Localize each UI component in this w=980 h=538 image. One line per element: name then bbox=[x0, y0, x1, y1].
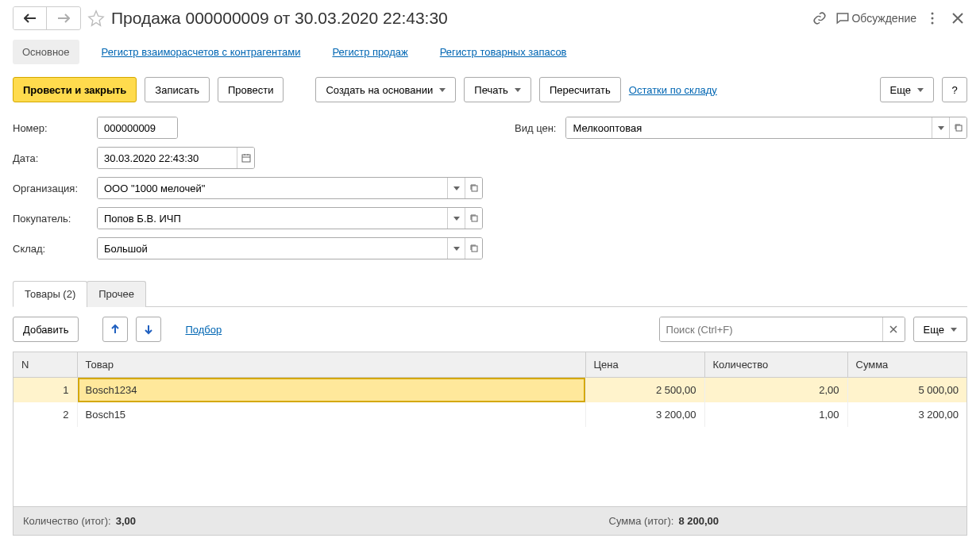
nav-tab-settlements[interactable]: Регистр взаиморасчетов с контрагентами bbox=[92, 40, 311, 64]
goods-table: N Товар Цена Количество Сумма 1 Bosch123… bbox=[14, 352, 966, 427]
forward-button[interactable] bbox=[47, 7, 80, 29]
warehouse-dropdown-button[interactable] bbox=[447, 238, 465, 259]
date-label: Дата: bbox=[13, 152, 91, 164]
org-label: Организация: bbox=[13, 183, 91, 194]
arrow-left-icon bbox=[24, 13, 37, 23]
cell-product[interactable]: Bosch15 bbox=[77, 402, 585, 427]
close-button[interactable] bbox=[948, 9, 967, 28]
arrow-down-icon bbox=[143, 324, 154, 335]
cell-qty[interactable]: 1,00 bbox=[704, 402, 847, 427]
tab-goods[interactable]: Товары (2) bbox=[13, 281, 87, 307]
cell-sum[interactable]: 5 000,00 bbox=[847, 378, 966, 403]
x-icon bbox=[889, 325, 897, 333]
open-icon bbox=[954, 123, 963, 133]
cell-product[interactable]: Bosch1234 bbox=[77, 378, 585, 403]
table-row[interactable]: 1 Bosch1234 2 500,00 2,00 5 000,00 bbox=[14, 378, 966, 403]
link-icon-button[interactable] bbox=[810, 9, 829, 28]
cell-qty[interactable]: 2,00 bbox=[704, 378, 847, 403]
pick-link[interactable]: Подбор bbox=[185, 324, 222, 336]
discuss-label: Обсуждение bbox=[851, 12, 916, 25]
cell-price[interactable]: 3 200,00 bbox=[585, 402, 704, 427]
buyer-input[interactable] bbox=[98, 208, 447, 229]
calendar-button[interactable] bbox=[237, 148, 254, 168]
sub-tabs: Товары (2) Прочее bbox=[13, 280, 967, 307]
buyer-dropdown-button[interactable] bbox=[447, 208, 465, 229]
post-button[interactable]: Провести bbox=[218, 77, 284, 102]
table-row[interactable]: 2 Bosch15 3 200,00 1,00 3 200,00 bbox=[14, 402, 966, 427]
nav-tab-main[interactable]: Основное bbox=[13, 40, 79, 64]
chevron-down-icon bbox=[938, 126, 944, 130]
pricetype-dropdown-button[interactable] bbox=[932, 117, 949, 138]
table-toolbar: Добавить Подбор Еще bbox=[13, 307, 967, 352]
pricetype-label: Вид цен: bbox=[515, 122, 556, 134]
recalculate-button[interactable]: Пересчитать bbox=[539, 77, 621, 102]
pricetype-input[interactable] bbox=[566, 117, 932, 138]
org-input[interactable] bbox=[98, 178, 447, 198]
nav-back-forward bbox=[13, 6, 81, 30]
nav-tab-stock[interactable]: Регистр товарных запасов bbox=[430, 40, 577, 64]
nav-tabs: Основное Регистр взаиморасчетов с контра… bbox=[13, 40, 967, 64]
svg-rect-10 bbox=[956, 125, 962, 131]
open-icon bbox=[469, 183, 479, 193]
discuss-button[interactable]: Обсуждение bbox=[835, 9, 916, 28]
link-icon bbox=[812, 11, 827, 25]
page-title: Продажа 000000009 от 30.03.2020 22:43:30 bbox=[111, 9, 448, 28]
number-input[interactable] bbox=[98, 117, 177, 138]
table-more-button[interactable]: Еще bbox=[913, 317, 967, 342]
pricetype-input-group bbox=[565, 117, 967, 139]
search-clear-button[interactable] bbox=[882, 317, 905, 341]
open-icon bbox=[469, 244, 479, 253]
nav-tab-sales[interactable]: Регистр продаж bbox=[322, 40, 417, 64]
kebab-menu-button[interactable] bbox=[923, 9, 942, 28]
move-down-button[interactable] bbox=[136, 317, 161, 342]
col-header-n[interactable]: N bbox=[14, 352, 77, 378]
cell-sum[interactable]: 3 200,00 bbox=[847, 402, 966, 427]
pricetype-open-button[interactable] bbox=[949, 117, 966, 138]
date-input[interactable] bbox=[98, 148, 237, 168]
svg-rect-7 bbox=[472, 186, 477, 191]
chevron-down-icon bbox=[453, 186, 460, 190]
col-header-qty[interactable]: Количество bbox=[704, 352, 847, 378]
more-button[interactable]: Еще bbox=[880, 77, 934, 102]
svg-rect-8 bbox=[472, 216, 477, 221]
buyer-input-group bbox=[97, 207, 483, 229]
number-input-group bbox=[97, 117, 178, 139]
move-up-button[interactable] bbox=[102, 317, 128, 342]
create-based-on-button[interactable]: Создать на основании bbox=[315, 77, 456, 102]
calendar-icon bbox=[241, 153, 251, 163]
footer-qty-value: 3,00 bbox=[116, 515, 136, 527]
org-open-button[interactable] bbox=[465, 178, 482, 198]
save-button[interactable]: Записать bbox=[145, 77, 210, 102]
warehouse-input[interactable] bbox=[98, 238, 447, 259]
post-and-close-button[interactable]: Провести и закрыть bbox=[13, 77, 137, 102]
search-group bbox=[659, 317, 905, 342]
print-button[interactable]: Печать bbox=[464, 77, 531, 102]
cell-n[interactable]: 1 bbox=[14, 378, 77, 403]
footer-sum-value: 8 200,00 bbox=[678, 515, 719, 527]
stock-balance-link[interactable]: Остатки по складу bbox=[629, 84, 717, 96]
col-header-product[interactable]: Товар bbox=[77, 352, 585, 378]
back-button[interactable] bbox=[14, 7, 47, 29]
tab-other[interactable]: Прочее bbox=[87, 281, 146, 307]
col-header-price[interactable]: Цена bbox=[585, 352, 704, 378]
warehouse-label: Склад: bbox=[13, 243, 91, 255]
cell-n[interactable]: 2 bbox=[14, 402, 77, 427]
add-row-button[interactable]: Добавить bbox=[13, 317, 79, 342]
footer-sum-label: Сумма (итог): bbox=[609, 515, 674, 527]
svg-point-2 bbox=[932, 22, 934, 25]
search-input[interactable] bbox=[660, 317, 882, 341]
svg-point-0 bbox=[932, 13, 934, 15]
warehouse-input-group bbox=[97, 237, 483, 259]
close-icon bbox=[952, 13, 963, 24]
cell-price[interactable]: 2 500,00 bbox=[585, 378, 704, 403]
buyer-open-button[interactable] bbox=[465, 208, 482, 229]
number-label: Номер: bbox=[13, 122, 91, 134]
org-dropdown-button[interactable] bbox=[447, 178, 465, 198]
table-header-row: N Товар Цена Количество Сумма bbox=[14, 352, 966, 378]
star-icon[interactable] bbox=[87, 10, 105, 27]
warehouse-open-button[interactable] bbox=[465, 238, 482, 259]
svg-rect-3 bbox=[242, 155, 250, 162]
help-button[interactable]: ? bbox=[942, 77, 967, 102]
main-toolbar: Провести и закрыть Записать Провести Соз… bbox=[13, 77, 967, 102]
col-header-sum[interactable]: Сумма bbox=[847, 352, 966, 378]
